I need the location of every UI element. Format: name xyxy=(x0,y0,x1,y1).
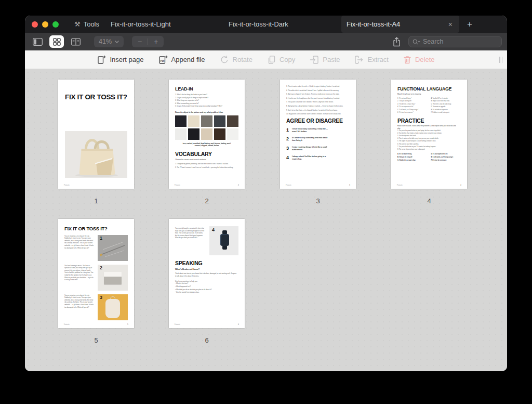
new-tab-button[interactable]: + xyxy=(459,19,480,30)
thumbnail-view-button[interactable] xyxy=(49,35,64,48)
extract-icon xyxy=(354,55,364,64)
append-file-label: Append file xyxy=(171,56,205,63)
photo-tote-bag xyxy=(188,115,200,127)
tab-fix-it-or-toss-it-a4[interactable]: Fix-it-or-toss-it-A4 × xyxy=(341,16,459,33)
chevron-down-icon xyxy=(115,41,119,43)
photo-bottle xyxy=(201,115,212,127)
scenario-number: 2 xyxy=(100,265,102,270)
page-thumbnail-3[interactable]: 3. There's water under the sink — I thin… xyxy=(280,80,356,189)
append-file-icon: PDF xyxy=(158,55,168,64)
photo-cracked-smartwatch: 4 xyxy=(209,226,238,255)
page-footer: Fixtastic xyxy=(175,323,180,325)
search-input[interactable] xyxy=(423,38,498,45)
extract-label: Extract xyxy=(367,56,388,63)
photo-coffee-mug xyxy=(214,128,225,140)
svg-text:PDF: PDF xyxy=(160,60,165,62)
phrase-list: 1. "It's not worth fixing."2. "I'd try t… xyxy=(397,97,428,114)
page-number: 6 xyxy=(238,323,239,325)
tools-icon: ⚒ xyxy=(74,20,81,28)
scenario-text: You love listening to music. You have a … xyxy=(64,265,94,291)
photo-sunglasses xyxy=(175,128,187,140)
paste-label: Paste xyxy=(323,56,340,63)
key-item: F. It's time for a new one xyxy=(431,159,461,162)
close-window-button[interactable] xyxy=(32,21,38,28)
worksheet-title: FIX IT OR TOSS IT? xyxy=(65,94,127,101)
vocab-items: 1. I dropped my phone yesterday, and now… xyxy=(175,163,238,169)
section-heading: FUNCTIONAL LANGUAGE xyxy=(397,87,461,92)
photo-phone xyxy=(175,115,187,127)
zoom-level-value: 41% xyxy=(99,38,112,45)
share-button[interactable] xyxy=(392,37,401,47)
page-footer: Fixtastic xyxy=(397,184,403,186)
facing-pages-icon xyxy=(71,38,81,46)
tab-fix-it-or-toss-it-light[interactable]: Fix-it-or-toss-it-Light xyxy=(105,16,223,33)
zoom-window-button[interactable] xyxy=(52,21,59,28)
scenario-block: You are enjoying a nice day in the city.… xyxy=(64,294,128,320)
section-heading: PRACTICE xyxy=(397,118,461,124)
toolbar-overflow-handle[interactable] xyxy=(499,57,502,63)
zoom-level-dropdown[interactable]: 41% xyxy=(94,36,124,47)
statement-text: I enjoy repairing things. It feels like … xyxy=(292,146,329,151)
scenario-text: You are enjoying a nice day in the city.… xyxy=(64,235,94,261)
section-heading: FIX IT OR TOSS IT? xyxy=(64,226,128,231)
page-thumbnail-6[interactable]: You recently bought a smartwatch, but a … xyxy=(169,219,245,328)
page-footer: Fixtastic xyxy=(64,323,70,325)
paste-button[interactable]: Paste xyxy=(310,55,340,64)
page-label-2: 2 xyxy=(169,197,245,205)
minimize-window-button[interactable] xyxy=(42,21,48,28)
copy-button[interactable]: Copy xyxy=(267,55,295,64)
vocab-item: 6. I tried to use the headphones, but th… xyxy=(286,97,350,99)
zoom-in-button[interactable]: + xyxy=(148,36,164,47)
page-thumbnail-2[interactable]: LEAD-IN 1. What's the last thing that br… xyxy=(169,80,245,189)
close-tab-icon[interactable]: × xyxy=(447,20,454,29)
photo-headphones xyxy=(227,115,238,127)
statement-number: 3 xyxy=(286,146,289,151)
meaning-list: A. You like DIY or it's simple.B. Repair… xyxy=(431,97,461,114)
word-bank: torn, cracked, scratched, dead battery, … xyxy=(180,142,234,147)
statement-text: I never throw away something I really li… xyxy=(292,128,329,133)
scenario-block: You are enjoying a nice day in the city.… xyxy=(64,235,128,261)
share-icon xyxy=(392,37,401,47)
page-label-5: 5 xyxy=(58,336,134,344)
photo-smartphone xyxy=(188,128,200,140)
reading-view-button[interactable] xyxy=(69,35,83,48)
zoom-stepper: − + xyxy=(132,36,164,47)
delete-button[interactable]: Delete xyxy=(403,55,435,64)
extract-button[interactable]: Extract xyxy=(354,55,388,64)
page-thumbnail-4[interactable]: FUNCTIONAL LANGUAGE Match the phrase to … xyxy=(391,80,467,189)
scenario-text: You recently bought a smartwatch, but a … xyxy=(175,227,205,255)
scenario-block: You recently bought a smartwatch, but a … xyxy=(175,226,238,255)
pdf-app-window: ⚒ Tools Fix-it-or-toss-it-Light Fix-it-o… xyxy=(25,16,507,371)
rotate-button[interactable]: Rotate xyxy=(220,55,252,64)
photo-speaker: 2 xyxy=(98,265,128,291)
photo-broken-umbrella: 1 xyxy=(98,235,128,261)
page-thumbnail-1[interactable]: FIX IT OR TOSS IT? Fixtastic xyxy=(58,80,134,189)
section-subtitle: Choose the correct word in each sentence xyxy=(175,159,238,161)
tools-menu-button[interactable]: ⚒ Tools xyxy=(74,20,99,28)
vocab-item: 10. My glasses are scratched / won't con… xyxy=(286,113,350,115)
page-actions-toolbar: Insert page PDF Append file Rotate xyxy=(25,50,507,69)
page-thumbnail-5[interactable]: FIX IT OR TOSS IT? You are enjoying a ni… xyxy=(58,219,134,328)
agree-disagree-statements: 1 I never throw away something I really … xyxy=(286,128,350,161)
sidebar-toggle-button[interactable] xyxy=(30,35,45,48)
statement-number: 1 xyxy=(286,128,289,133)
help-questions: What is the item?What happened to it?Wha… xyxy=(175,282,238,294)
vocab-item: 9. Don't sit on that chair — it's chippe… xyxy=(286,109,350,111)
grid-view-icon xyxy=(53,38,61,46)
statement-row: 1 I never throw away something I really … xyxy=(286,128,350,133)
tab-label: Fix-it-or-toss-it-A4 xyxy=(347,20,400,28)
zoom-out-button[interactable]: − xyxy=(132,36,148,47)
search-field[interactable] xyxy=(408,36,502,47)
append-file-button[interactable]: PDF Append file xyxy=(158,55,205,64)
page-footer: Fixtastic xyxy=(175,184,180,186)
tab-fix-it-or-toss-it-dark[interactable]: Fix-it-or-toss-it-Dark xyxy=(223,16,341,33)
insert-page-button[interactable]: Insert page xyxy=(97,55,143,64)
copy-label: Copy xyxy=(280,56,295,63)
situation-list: 1. You press the power button on your la… xyxy=(397,129,461,150)
page-number: 4 xyxy=(460,184,461,186)
answer-key-left: A. It's not worth fixingB. I'd try to fi… xyxy=(397,153,428,163)
vocab-item: 4. This white shirt is scratched / stain… xyxy=(286,89,350,92)
vocab-item: 2. The TV won't connect / won't turn on … xyxy=(175,166,238,169)
help-item: Use the words from today's class. xyxy=(175,291,238,294)
titlebar: ⚒ Tools Fix-it-or-toss-it-Light Fix-it-o… xyxy=(25,16,507,33)
